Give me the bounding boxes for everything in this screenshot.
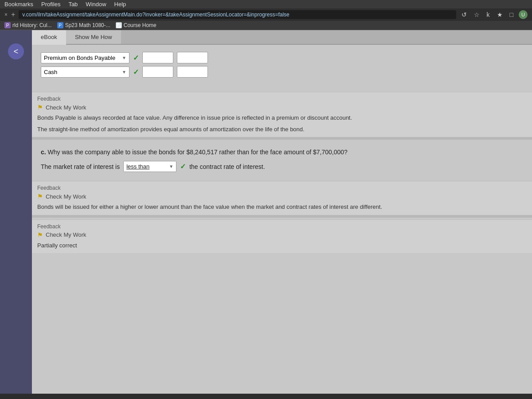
check-my-work-label-2: Check My Work bbox=[46, 193, 86, 200]
feedback-label-1: Feedback bbox=[37, 96, 527, 102]
question-c-body: Why was the company able to issue the bo… bbox=[48, 149, 348, 156]
bookmark-star-icon[interactable]: ☆ bbox=[472, 11, 481, 18]
answer-prefix: The market rate of interest is bbox=[41, 163, 120, 170]
menu-bar: Bookmarks Profiles Tab Window Help bbox=[0, 0, 532, 8]
address-input[interactable]: v.com/ilrn/takeAssignment/takeAssignment… bbox=[19, 10, 456, 19]
extension-star-icon[interactable]: ★ bbox=[495, 11, 505, 18]
account-dropdown-2[interactable]: Cash ▼ bbox=[41, 66, 129, 78]
main-layout: < eBook Show Me How Premium on Bonds Pay… bbox=[0, 30, 532, 394]
bookmark-course-home-label: Course Home bbox=[124, 22, 156, 28]
menu-tab[interactable]: Tab bbox=[68, 1, 78, 8]
input-box-1a[interactable] bbox=[142, 52, 173, 63]
sidebar-collapse-button[interactable]: < bbox=[8, 43, 24, 59]
dropdown-arrow-2-icon: ▼ bbox=[122, 70, 126, 74]
feedback-section-3: Feedback ⚑ Check My Work Partially corre… bbox=[32, 219, 532, 254]
tab-ebook[interactable]: eBook bbox=[32, 30, 66, 45]
answer-dropdown-value: less than bbox=[126, 163, 149, 170]
tab-show-me-how[interactable]: Show Me How bbox=[66, 30, 121, 44]
feedback-label-3: Feedback bbox=[37, 223, 527, 230]
feedback-text-1a: Bonds Payable is always recorded at face… bbox=[37, 113, 527, 122]
menu-window[interactable]: Window bbox=[86, 1, 106, 8]
question-c-section: c. Why was the company able to issue the… bbox=[32, 141, 532, 179]
input-box-2b[interactable] bbox=[177, 66, 208, 78]
feedback-text-2: Bonds will be issued for either a higher… bbox=[37, 203, 527, 211]
menu-bookmarks[interactable]: Bookmarks bbox=[4, 1, 33, 8]
section-divider-2 bbox=[32, 215, 532, 218]
chevron-left-icon: < bbox=[14, 47, 19, 56]
menu-profiles[interactable]: Profiles bbox=[41, 1, 60, 8]
check-my-work-label-1: Check My Work bbox=[46, 104, 86, 111]
feedback-label-2: Feedback bbox=[37, 185, 527, 191]
check-my-work-button-3[interactable]: ⚑ Check My Work bbox=[37, 231, 527, 239]
refresh-icon[interactable]: ↺ bbox=[460, 11, 469, 18]
main-content: eBook Show Me How Premium on Bonds Payab… bbox=[32, 30, 532, 394]
bookmarks-bar: P rld History: Cul... P Sp23 Math 1080-.… bbox=[0, 21, 532, 30]
bookmark-sp23-math-label: Sp23 Math 1080-... bbox=[65, 22, 110, 28]
bookmark-world-history-label: rld History: Cul... bbox=[12, 22, 52, 28]
bookmark-purple-icon: P bbox=[4, 22, 11, 28]
bookmark-blue-icon: P bbox=[57, 22, 63, 28]
menu-help[interactable]: Help bbox=[114, 1, 126, 8]
input-box-1b[interactable] bbox=[177, 52, 208, 63]
partially-correct-text: Partially correct bbox=[37, 241, 527, 250]
form-row-2: Cash ▼ ✓ bbox=[41, 66, 523, 78]
top-tabs: eBook Show Me How bbox=[32, 30, 532, 45]
answer-dropdown[interactable]: less than ▼ bbox=[123, 161, 176, 172]
feedback-section-2: Feedback ⚑ Check My Work Bonds will be i… bbox=[32, 181, 532, 215]
check-mark-1: ✓ bbox=[133, 54, 139, 62]
profile-icon[interactable]: U bbox=[519, 10, 528, 19]
window-icon[interactable]: □ bbox=[508, 11, 515, 18]
flag-icon-2: ⚑ bbox=[37, 193, 43, 200]
check-my-work-button-1[interactable]: ⚑ Check My Work bbox=[37, 104, 527, 111]
content-area: Premium on Bonds Payable ▼ ✓ Cash ▼ ✓ bbox=[32, 45, 532, 87]
account-dropdown-1[interactable]: Premium on Bonds Payable ▼ bbox=[41, 52, 129, 63]
flag-icon-1: ⚑ bbox=[37, 104, 43, 111]
answer-suffix: the contract rate of interest. bbox=[189, 163, 265, 170]
extension-k-icon[interactable]: k bbox=[485, 11, 492, 18]
feedback-section-1: Feedback ⚑ Check My Work Bonds Payable i… bbox=[32, 92, 532, 137]
dropdown-arrow-icon: ▼ bbox=[122, 55, 126, 60]
account-dropdown-2-value: Cash bbox=[44, 69, 57, 75]
account-dropdown-1-value: Premium on Bonds Payable bbox=[44, 55, 115, 61]
address-bar-row: × + v.com/ilrn/takeAssignment/takeAssign… bbox=[0, 8, 532, 21]
bookmark-course-home[interactable]: 📄 Course Home bbox=[116, 22, 156, 28]
bookmark-world-history[interactable]: P rld History: Cul... bbox=[4, 22, 52, 28]
question-c-answer-row: The market rate of interest is less than… bbox=[41, 161, 523, 172]
form-row-1: Premium on Bonds Payable ▼ ✓ bbox=[41, 52, 523, 63]
tab-close[interactable]: × bbox=[4, 12, 8, 18]
bookmark-doc-icon: 📄 bbox=[116, 22, 122, 28]
new-tab-button[interactable]: + bbox=[11, 11, 15, 19]
question-c-letter: c. bbox=[41, 149, 46, 156]
check-mark-2: ✓ bbox=[133, 68, 139, 76]
check-my-work-label-3: Check My Work bbox=[46, 231, 86, 238]
answer-dropdown-arrow-icon: ▼ bbox=[169, 164, 173, 169]
input-box-2a[interactable] bbox=[142, 66, 173, 78]
section-divider-1 bbox=[32, 137, 532, 140]
answer-check-mark: ✓ bbox=[180, 162, 186, 171]
feedback-text-1b: The straight-line method of amortization… bbox=[37, 125, 527, 134]
sidebar: < bbox=[0, 30, 32, 394]
bookmark-sp23-math[interactable]: P Sp23 Math 1080-... bbox=[57, 22, 110, 28]
question-c-text: c. Why was the company able to issue the… bbox=[41, 149, 523, 156]
check-my-work-button-2[interactable]: ⚑ Check My Work bbox=[37, 193, 527, 200]
flag-icon-3: ⚑ bbox=[37, 231, 43, 239]
